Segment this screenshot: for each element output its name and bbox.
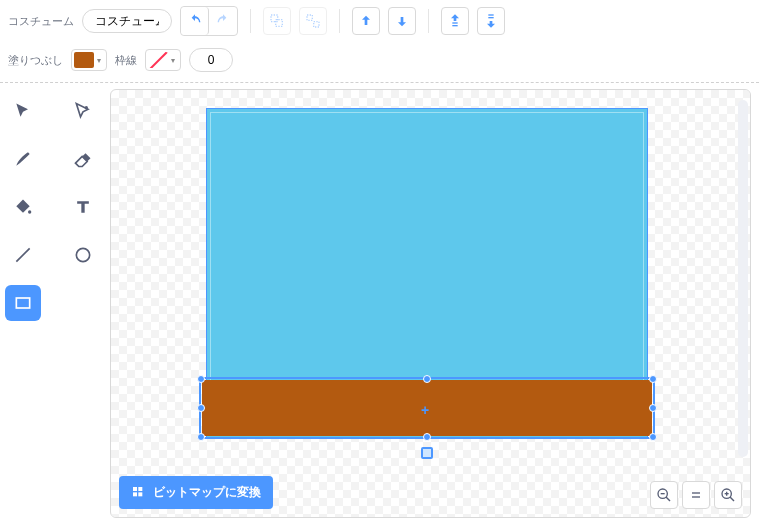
svg-rect-4	[452, 22, 457, 23]
bitmap-icon	[131, 485, 147, 501]
circle-tool[interactable]	[65, 237, 101, 273]
undo-redo-group	[180, 6, 238, 36]
separator	[339, 9, 340, 33]
svg-rect-6	[488, 14, 493, 15]
no-stroke-icon	[148, 52, 168, 68]
svg-rect-12	[16, 298, 29, 308]
fill-tool[interactable]	[5, 189, 41, 225]
chevron-down-icon: ▾	[168, 56, 178, 65]
fill-swatch	[74, 52, 94, 68]
line-tool[interactable]	[5, 237, 41, 273]
outline-label: 枠線	[115, 53, 137, 68]
separator	[428, 9, 429, 33]
reshape-tool[interactable]	[65, 93, 101, 129]
brush-tool[interactable]	[5, 141, 41, 177]
front-button[interactable]	[441, 7, 469, 35]
eraser-tool[interactable]	[65, 141, 101, 177]
svg-rect-13	[133, 487, 137, 491]
convert-bitmap-button[interactable]: ビットマップに変換	[119, 476, 273, 509]
svg-rect-2	[307, 15, 312, 20]
select-tool[interactable]	[5, 93, 41, 129]
svg-rect-15	[133, 492, 137, 496]
outline-width-input[interactable]	[189, 48, 233, 72]
chevron-down-icon: ▾	[94, 56, 104, 65]
svg-rect-7	[488, 17, 493, 18]
costume-label: コスチューム	[8, 14, 74, 29]
canvas-area[interactable]: + ビットマップに変換	[110, 89, 751, 518]
redo-button[interactable]	[209, 7, 237, 35]
svg-line-23	[730, 497, 734, 501]
zoom-reset-button[interactable]	[682, 481, 710, 509]
zoom-out-button[interactable]	[650, 481, 678, 509]
svg-rect-16	[138, 492, 142, 496]
zoom-in-button[interactable]	[714, 481, 742, 509]
rectangle-tool[interactable]	[5, 285, 41, 321]
svg-point-9	[28, 210, 31, 213]
text-tool[interactable]	[65, 189, 101, 225]
convert-bitmap-label: ビットマップに変換	[153, 484, 261, 501]
backward-button[interactable]	[388, 7, 416, 35]
svg-line-10	[16, 248, 29, 261]
separator	[250, 9, 251, 33]
svg-rect-5	[452, 25, 457, 26]
svg-rect-0	[271, 15, 278, 22]
undo-button[interactable]	[181, 7, 209, 35]
vertical-scrollbar[interactable]	[738, 100, 748, 457]
svg-rect-14	[138, 487, 142, 491]
costume-name-input[interactable]	[82, 9, 172, 33]
group-button[interactable]	[263, 7, 291, 35]
outline-color-picker[interactable]: ▾	[145, 49, 181, 71]
selected-rectangle-shape[interactable]	[202, 380, 652, 436]
svg-line-18	[666, 497, 670, 501]
ungroup-button[interactable]	[299, 7, 327, 35]
svg-rect-1	[276, 20, 283, 27]
tool-palette	[0, 83, 110, 526]
svg-rect-3	[314, 22, 319, 27]
svg-point-8	[85, 106, 88, 109]
svg-point-11	[76, 248, 89, 261]
fill-label: 塗りつぶし	[8, 53, 63, 68]
outline-swatch	[148, 52, 168, 68]
zoom-controls	[650, 481, 742, 509]
fill-color-picker[interactable]: ▾	[71, 49, 107, 71]
forward-button[interactable]	[352, 7, 380, 35]
back-button[interactable]	[477, 7, 505, 35]
